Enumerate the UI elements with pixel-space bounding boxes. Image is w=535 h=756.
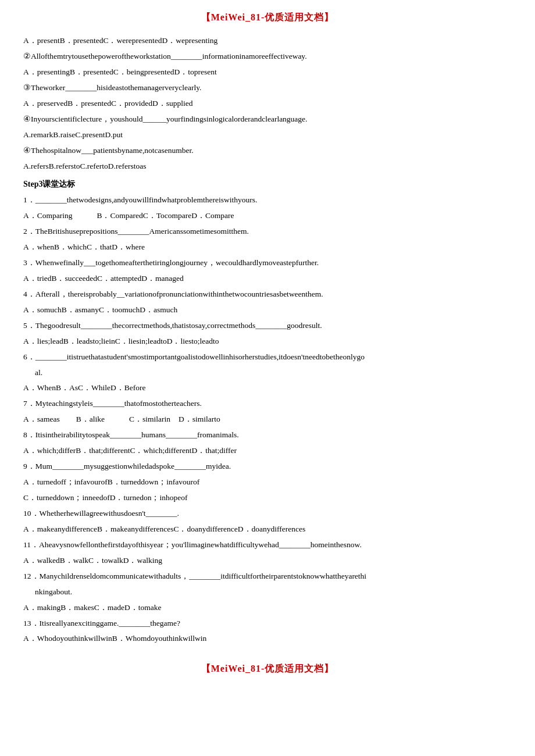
line-l20: A．lies;leadB．leadsto;lieinC．liesin;leadt…: [23, 335, 512, 348]
line-l35: A．makingB．makesC．madeD．tomake: [23, 601, 512, 615]
line-l11: 1．________thetwodesigns,andyouwillfindwh…: [23, 194, 512, 207]
line-l21b: al.: [35, 366, 512, 380]
line-l25: 8．Itisintheirabilitytospeak________human…: [23, 429, 512, 442]
line-l30: 10．Whetherhewillagreewithusdoesn't______…: [23, 507, 512, 520]
line-l8: ④Thehospitalnow___patientsbyname,notcase…: [23, 144, 512, 158]
line-l16: A．triedB．succeededC．attemptedD．managed: [23, 272, 512, 286]
line-l9: A.refersB.referstoC.refertoD.referstoas: [23, 160, 512, 173]
line-l2: ②Allofthemtrytousethepoweroftheworkstati…: [23, 50, 512, 63]
line-l6: ④Inyourscientificlecture，youshould______…: [23, 113, 512, 126]
line-l28: A．turnedoff；infavourofB．turneddown；infav…: [23, 476, 512, 489]
header: 【MeiWei_81-优质适用文档】: [23, 12, 512, 24]
line-l19: 5．Thegoodresult________thecorrectmethods…: [23, 319, 512, 333]
line-l27: 9．Mum________mysuggestionwhiledadspoke__…: [23, 460, 512, 473]
line-l7: A.remarkB.raiseC.presentD.put: [23, 129, 512, 142]
line-l15: 3．Whenwefinally___togethomeafterthetirin…: [23, 256, 512, 270]
line-l17: 4．Afterall，thereisprobably__variationofp…: [23, 288, 512, 301]
line-l10: Step3课堂达标: [23, 177, 512, 191]
line-l34b: nkingabout.: [35, 586, 512, 599]
line-l33: A．walkedB．walkC．towalkD．walking: [23, 554, 512, 568]
line-l24: A．sameas B．alike C．similarin D．similarto: [23, 413, 512, 426]
line-l18: A．somuchB．asmanyC．toomuchD．asmuch: [23, 304, 512, 317]
line-l29: C．turneddown；inneedofD．turnedon；inhopeof: [23, 491, 512, 505]
line-l14: A．whenB．whichC．thatD．where: [23, 241, 512, 254]
line-l21a: 6．________itistruethatastudent'smostimpo…: [23, 351, 512, 364]
line-l1: A．presentB．presentedC．werepresentedD．wep…: [23, 34, 512, 48]
line-l26: A．which;differB．that;differentC．which;di…: [23, 444, 512, 458]
line-l4: ③Theworker________hisideastothemanagerve…: [23, 81, 512, 95]
line-l37: A．WhodoyouthinkwillwinB．Whomdoyouthinkwi…: [23, 632, 512, 646]
footer: 【MeiWei_81-优质适用文档】: [23, 663, 512, 675]
line-l12: A．Comparing B．ComparedC．TocompareD．Compa…: [23, 209, 512, 223]
line-l5: A．preservedB．presentedC．providedD．suppli…: [23, 97, 512, 110]
line-l34a: 12．Manychildrenseldomcommunicatewithadul…: [23, 570, 512, 583]
line-l13: 2．TheBritishuseprepositions________Ameri…: [23, 225, 512, 238]
line-l32: 11．Aheavysnowfellonthefirstdayofthisyear…: [23, 539, 512, 552]
line-l22: A．WhenB．AsC．WhileD．Before: [23, 381, 512, 395]
line-l3: A．presentingB．presentedC．beingpresentedD…: [23, 66, 512, 79]
line-l36: 13．Itisreallyanexcitinggame.________theg…: [23, 617, 512, 630]
line-l23: 7．Myteachingstyleis________thatofmostoth…: [23, 397, 512, 411]
line-l31: A．makeanydifferenceB．makeanydifferencesC…: [23, 523, 512, 536]
